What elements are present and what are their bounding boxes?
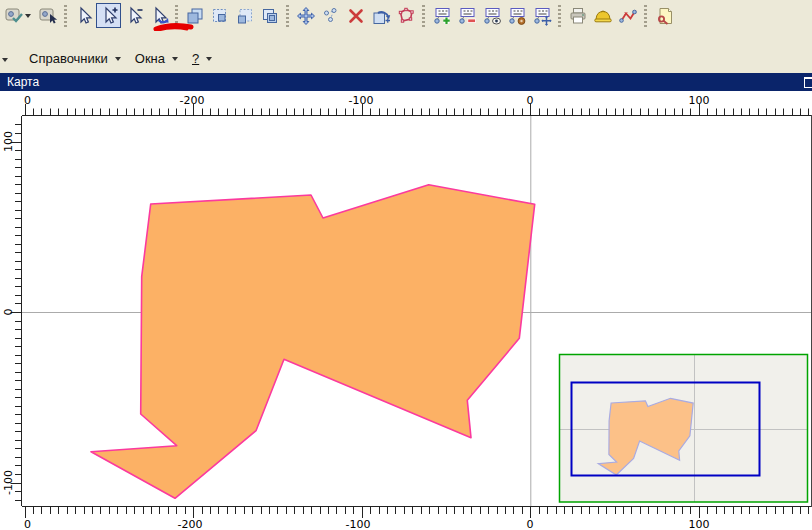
application-window: { "window": { "title": "Карта", "control… xyxy=(0,0,812,530)
cursor-redo-icon xyxy=(149,6,169,26)
print-button[interactable] xyxy=(565,3,590,28)
label-add-button[interactable] xyxy=(429,3,454,28)
nodes-icon xyxy=(321,6,341,26)
toolbar-grip[interactable] xyxy=(175,5,178,27)
svg-text:100: 100 xyxy=(689,518,710,530)
select-with-cursor-button[interactable] xyxy=(35,3,60,28)
menu-item-label: Окна xyxy=(135,51,165,66)
svg-text:100: 100 xyxy=(689,94,710,107)
window-title-bar: Карта xyxy=(0,73,812,91)
cursor-icon xyxy=(74,6,94,26)
poly-dashed-icon xyxy=(210,6,230,26)
new-polygon-button[interactable] xyxy=(182,3,207,28)
menu-item-label: ? xyxy=(192,51,199,66)
ruler-top: 0-200-1000100 xyxy=(0,91,812,116)
polygon-cutout-button[interactable] xyxy=(232,3,257,28)
menu-item-Окна[interactable]: Окна xyxy=(128,49,185,68)
helmet-icon xyxy=(593,6,613,26)
toolbar-grip[interactable] xyxy=(558,5,561,27)
cursor-minus-icon xyxy=(124,6,144,26)
svg-text:-100: -100 xyxy=(2,470,15,495)
svg-text:0: 0 xyxy=(24,94,31,107)
window-title: Карта xyxy=(7,75,39,89)
toolbar-group xyxy=(651,3,676,28)
rotate-icon xyxy=(371,6,391,26)
edit-nodes-button[interactable] xyxy=(318,3,343,28)
ruler-left: 1000-100 xyxy=(0,116,22,506)
toolbar-grip[interactable] xyxy=(64,5,67,27)
poly-edit-icon xyxy=(396,6,416,26)
layers-cursor-icon xyxy=(38,6,58,26)
label-add-icon xyxy=(432,6,452,26)
move-icon xyxy=(296,6,316,26)
menu-item-Справочники[interactable]: Справочники xyxy=(22,49,128,68)
zigzag-icon xyxy=(618,6,638,26)
construction-mode-button[interactable] xyxy=(590,3,615,28)
poly-light-icon xyxy=(235,6,255,26)
edit-vertices-button[interactable] xyxy=(393,3,418,28)
page-wrench-icon xyxy=(654,6,674,26)
delete-icon xyxy=(346,6,366,26)
toolbar xyxy=(0,0,812,31)
svg-text:-100: -100 xyxy=(346,518,371,530)
pointer-reassign-button[interactable] xyxy=(146,3,171,28)
printer-icon xyxy=(568,6,588,26)
polygon-overlap-button[interactable] xyxy=(257,3,282,28)
menu-bar: СправочникиОкна? xyxy=(0,31,812,73)
label-remove-icon xyxy=(457,6,477,26)
layers-check-icon xyxy=(4,6,24,26)
toolbar-group xyxy=(565,3,640,28)
svg-text:0: 0 xyxy=(527,94,534,107)
minimap xyxy=(560,355,808,503)
chevron-down-icon xyxy=(172,57,178,61)
select-object-type-button[interactable] xyxy=(3,3,35,28)
poly-overlap-icon xyxy=(260,6,280,26)
svg-text:0: 0 xyxy=(2,309,15,316)
chevron-down-icon xyxy=(206,57,212,61)
svg-text:-100: -100 xyxy=(349,94,374,107)
delete-object-button[interactable] xyxy=(343,3,368,28)
pointer-button[interactable] xyxy=(71,3,96,28)
label-donut-icon xyxy=(507,6,527,26)
map-settings-button[interactable] xyxy=(651,3,676,28)
polyline-button[interactable] xyxy=(615,3,640,28)
label-eye-icon xyxy=(482,6,502,26)
svg-text:100: 100 xyxy=(2,131,15,152)
menu-item-label: Справочники xyxy=(29,51,108,66)
chevron-down-icon xyxy=(115,57,121,61)
toolbar-group xyxy=(293,3,418,28)
label-visibility-button[interactable] xyxy=(479,3,504,28)
rotate-object-button[interactable] xyxy=(368,3,393,28)
toolbar-grip[interactable] xyxy=(644,5,647,27)
label-style-button[interactable] xyxy=(504,3,529,28)
toolbar-group xyxy=(182,3,282,28)
clipped-menu-chevron-icon[interactable] xyxy=(2,58,8,62)
poly-solid-icon xyxy=(185,6,205,26)
svg-text:-200: -200 xyxy=(180,94,205,107)
menu-item-?[interactable]: ? xyxy=(185,49,219,68)
map-canvas[interactable] xyxy=(22,116,812,506)
move-object-button[interactable] xyxy=(293,3,318,28)
toolbar-grip[interactable] xyxy=(422,5,425,27)
toolbar-group xyxy=(429,3,554,28)
cursor-plus-icon xyxy=(99,6,119,26)
pointer-add-button[interactable] xyxy=(96,3,121,28)
svg-text:-200: -200 xyxy=(178,518,203,530)
svg-text:0: 0 xyxy=(24,518,31,530)
maximize-button[interactable] xyxy=(804,77,812,88)
toolbar-grip[interactable] xyxy=(286,5,289,27)
label-remove-button[interactable] xyxy=(454,3,479,28)
label-move-icon xyxy=(532,6,552,26)
chevron-down-icon xyxy=(25,14,31,18)
pointer-subtract-button[interactable] xyxy=(121,3,146,28)
ruler-bottom: 0-200-1000100 xyxy=(0,506,812,530)
svg-text:0: 0 xyxy=(527,518,534,530)
polygon-outline-button[interactable] xyxy=(207,3,232,28)
toolbar-group xyxy=(3,3,60,28)
label-move-button[interactable] xyxy=(529,3,554,28)
toolbar-group xyxy=(71,3,171,28)
